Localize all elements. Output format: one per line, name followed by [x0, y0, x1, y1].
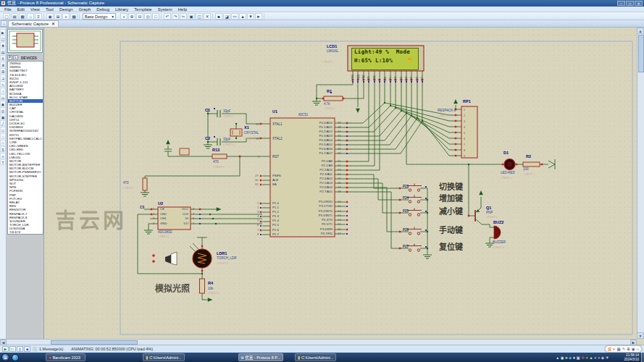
ime-icon[interactable]: ◐: [613, 347, 615, 351]
toolbar-file-button[interactable]: ▦: [19, 13, 26, 20]
toolbar-view-button[interactable]: ◉: [46, 13, 54, 20]
menu-item[interactable]: Design: [57, 7, 76, 12]
mode-tool-icon[interactable]: ◔: [0, 88, 6, 93]
menu-item[interactable]: Debug: [93, 7, 112, 12]
mode-tool-icon[interactable]: A: [0, 55, 6, 61]
library-button[interactable]: L: [13, 55, 18, 60]
toolbar-block-button[interactable]: ▲: [239, 13, 246, 20]
mode-tool-icon[interactable]: T: [0, 159, 6, 165]
vertical-scrollbar[interactable]: ▲ ▼: [637, 28, 644, 339]
device-list-item[interactable]: INTERFAX1000/16V: [8, 129, 43, 132]
toolbar-zoom-button[interactable]: +: [120, 13, 127, 20]
menu-item[interactable]: System: [155, 7, 175, 12]
ime-icon[interactable]: ⌂: [637, 347, 639, 351]
taskbar-window-button[interactable]: ▮ C:\Users\Admini...: [143, 353, 185, 361]
tray-icon[interactable]: ●: [598, 355, 600, 360]
key-buttons[interactable]: [407, 184, 422, 252]
mode-tool-icon[interactable]: ∿: [0, 81, 6, 87]
device-list-item[interactable]: 74LS74: [8, 230, 43, 234]
r13-resistor[interactable]: [212, 154, 227, 159]
menu-item[interactable]: Template: [131, 7, 154, 12]
toolbar-block-button[interactable]: ►: [255, 13, 262, 20]
ime-icon[interactable]: ⊞: [627, 347, 630, 351]
toolbar-view-button[interactable]: ⊞: [54, 13, 62, 20]
home-icon[interactable]: ⌂: [1, 20, 7, 27]
scroll-down-icon[interactable]: ▼: [637, 332, 644, 339]
tray-icon[interactable]: ■: [565, 355, 567, 360]
tray-icon[interactable]: ⊗: [581, 355, 585, 360]
menu-item[interactable]: File: [1, 7, 14, 12]
toolbar-file-button[interactable]: ⌂: [27, 13, 34, 20]
toolbar-edit-button[interactable]: ✂: [180, 13, 187, 20]
toolbar-zoom-button[interactable]: ⊖: [136, 13, 143, 20]
r3-resistor[interactable]: [143, 178, 147, 190]
toolbar-block-button[interactable]: ▭: [231, 13, 238, 20]
taskbar-window-button[interactable]: ● Bandicam 2023: [46, 353, 85, 361]
tray-icon[interactable]: ▲: [589, 355, 593, 360]
menu-item[interactable]: Edit: [14, 7, 28, 12]
overview-preview[interactable]: [7, 29, 43, 53]
r2-resistor[interactable]: [523, 162, 540, 167]
buzzer-body[interactable]: [494, 226, 501, 239]
horizontal-scrollbar[interactable]: ◀ ▶: [0, 339, 637, 345]
tray-icon[interactable]: ▣: [577, 355, 580, 360]
tab-schematic-capture[interactable]: Schematic Capture ✕: [8, 20, 59, 27]
r4-resistor[interactable]: [200, 279, 205, 293]
minimize-button[interactable]: –: [617, 1, 625, 6]
ime-icon[interactable]: ✎: [622, 347, 626, 351]
mode-tool-icon[interactable]: ◠: [0, 140, 6, 146]
toolbar-block-button[interactable]: ◪: [223, 13, 230, 20]
toolbar-block-button[interactable]: ■: [215, 13, 222, 20]
toolbar-file-button[interactable]: ▤: [11, 13, 18, 20]
mode-tool-icon[interactable]: ╱: [0, 120, 6, 126]
toolbar-edit-button[interactable]: ✕: [204, 13, 211, 20]
sogou-logo-icon[interactable]: S: [608, 346, 611, 353]
ime-icon[interactable]: ◉: [632, 347, 635, 351]
message-count[interactable]: 1 Message(s): [39, 347, 63, 351]
taskbar-clock[interactable]: 21:58:14 2024/3/10: [611, 353, 639, 361]
sim-control-button[interactable]: ∥: [17, 346, 23, 352]
browser-icon[interactable]: [12, 354, 19, 361]
mode-tool-icon[interactable]: ⊞: [0, 68, 6, 74]
show-desktop-button[interactable]: [641, 353, 644, 362]
tray-icon[interactable]: ●: [585, 355, 587, 360]
toolbar-zoom-button[interactable]: □: [152, 13, 159, 20]
sim-control-button[interactable]: ▷: [9, 346, 16, 352]
mode-tool-icon[interactable]: ○: [0, 133, 6, 139]
mode-tool-icon[interactable]: ▶: [0, 29, 6, 35]
toolbar-file-button[interactable]: ▢: [3, 13, 10, 20]
d1-led[interactable]: [504, 159, 515, 170]
mode-tool-icon[interactable]: ▤: [0, 49, 6, 54]
scroll-up-icon[interactable]: ▲: [637, 28, 644, 34]
tray-icon[interactable]: ▼: [606, 355, 609, 360]
close-button[interactable]: ✕: [635, 1, 643, 6]
start-button[interactable]: ⊞: [1, 353, 9, 361]
mode-tool-icon[interactable]: ◫: [0, 35, 6, 41]
toolbar-zoom-button[interactable]: ⊕: [128, 13, 135, 20]
menu-item[interactable]: Tool: [43, 7, 57, 12]
q1-transistor[interactable]: [475, 209, 480, 222]
toolbar-view-button[interactable]: ▦: [70, 13, 78, 20]
ime-icon[interactable]: ▦: [616, 347, 620, 351]
sim-control-button[interactable]: ▶: [2, 346, 9, 352]
ime-toolbar[interactable]: S ◐▦✎⊞◉⌂: [605, 345, 642, 353]
design-selector[interactable]: Base Design▾: [83, 13, 116, 20]
mode-tool-icon[interactable]: ◉: [0, 101, 6, 106]
tray-icon[interactable]: ●: [573, 355, 575, 360]
tab-close-icon[interactable]: ✕: [51, 21, 55, 27]
reset-cap[interactable]: [180, 148, 189, 155]
toolbar-block-button[interactable]: ▼: [247, 13, 254, 20]
mode-tool-icon[interactable]: ⊐: [0, 75, 6, 80]
menu-item[interactable]: Graph: [76, 7, 94, 12]
mode-tool-icon[interactable]: +: [0, 153, 6, 159]
taskbar-window-button[interactable]: ▮ C:\Users\Admini...: [295, 353, 337, 361]
mode-tool-icon[interactable]: ▣: [0, 114, 6, 119]
taskbar-window-button[interactable]: ◙ 优且 - Proteus 8 P...: [238, 353, 283, 361]
toolbar-edit-button[interactable]: ↶: [164, 13, 171, 20]
mode-tool-icon[interactable]: ≣: [0, 62, 6, 67]
sim-control-button[interactable]: ■: [24, 346, 30, 352]
schematic-canvas[interactable]: 吉云网 LCD1 LM016L <TEXT> Light:49 % Mode H…: [44, 28, 637, 339]
mode-tool-icon[interactable]: □: [0, 127, 6, 132]
mode-tool-icon[interactable]: ▭: [0, 94, 6, 100]
toolbar-file-button[interactable]: ≡: [35, 13, 42, 20]
